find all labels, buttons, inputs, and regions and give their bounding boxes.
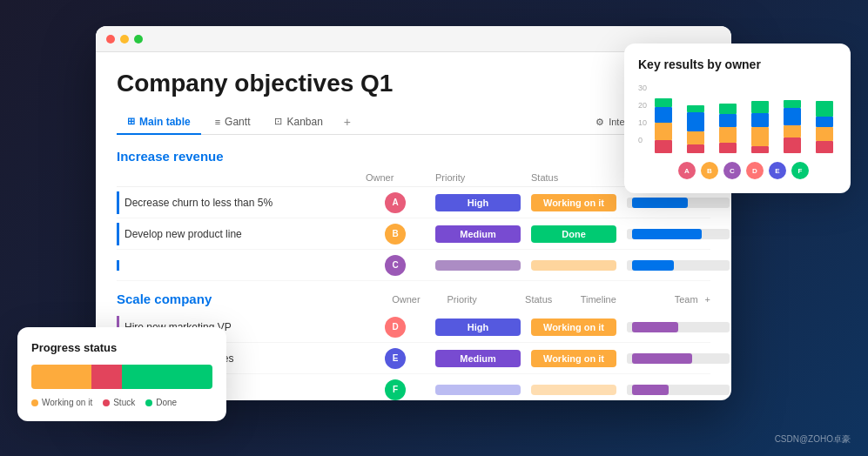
owner-cell-2: B <box>360 224 430 245</box>
chart-area: 30 20 10 0 <box>638 84 837 179</box>
bar-seg <box>816 127 833 141</box>
watermark: CSDN@ZOHO卓豪 <box>775 433 851 446</box>
maximize-dot[interactable] <box>134 35 143 44</box>
bar-stack-1 <box>650 92 676 153</box>
scale-avatar-2: E <box>385 348 406 369</box>
bar-seg <box>751 113 769 127</box>
tab-main-table[interactable]: ⊞ Main table <box>117 111 201 135</box>
chart-avatar-3: C <box>723 162 741 179</box>
tab-bar: ⊞ Main table ≡ Gantt ⊡ Kanban + ⚙ Integr… <box>117 110 710 135</box>
owner-cell-3: C <box>360 255 430 276</box>
legend-label-done: Done <box>156 398 177 407</box>
key-results-card: Key results by owner 30 20 10 0 <box>624 44 851 193</box>
legend-label-working: Working on it <box>42 398 92 407</box>
bar-seg <box>816 141 833 153</box>
status-cell-3 <box>526 260 622 271</box>
scale-timeline-bar-1 <box>627 322 730 332</box>
bar-stack-3 <box>715 92 740 153</box>
scale-priority-2: Medium <box>430 350 526 367</box>
legend: Working on it Stuck Done <box>31 398 212 407</box>
scale-status-2: Working on it <box>526 350 622 367</box>
legend-dot-stuck <box>103 399 110 406</box>
gantt-icon: ≡ <box>215 117 220 127</box>
section-header-2: Scale company Owner Priority Status Time… <box>117 292 710 306</box>
section-plus-2[interactable]: + <box>705 294 710 305</box>
bar-seg <box>719 104 737 114</box>
bar-group-2 <box>683 92 708 153</box>
bar-seg <box>655 107 672 123</box>
avatar-1: A <box>385 192 406 213</box>
chart-avatar-5: E <box>769 162 786 179</box>
legend-label-stuck: Stuck <box>113 398 135 407</box>
bar-seg <box>687 105 704 112</box>
scale-status-badge-1: Working on it <box>531 319 616 336</box>
bar-stack-2 <box>683 92 708 153</box>
bar-stack-4 <box>747 92 772 153</box>
page-title: Company objectives Q1 <box>117 70 710 97</box>
timeline-fill-2 <box>632 229 702 239</box>
scale-timeline-bar-3 <box>627 385 730 395</box>
status-badge-1: Working on it <box>531 194 616 211</box>
table-row: C A <box>117 250 710 281</box>
bar-seg <box>751 127 769 146</box>
tab-kanban-label: Kanban <box>286 116 322 128</box>
integrate-icon: ⚙ <box>595 117 604 128</box>
bar-group-5 <box>779 92 804 153</box>
col-owner: Owner <box>360 172 430 183</box>
table-icon: ⊞ <box>127 116 135 127</box>
kanban-icon: ⊡ <box>274 116 282 127</box>
timeline-fill-3 <box>632 260 674 271</box>
legend-stuck: Stuck <box>103 398 135 407</box>
bar-seg <box>655 140 672 153</box>
scale-timeline-3 <box>622 385 731 395</box>
progress-bar-container <box>31 365 212 389</box>
scale-priority-badge-2: Medium <box>435 350 521 367</box>
bar-group-1 <box>650 92 676 153</box>
add-tab-button[interactable]: + <box>337 110 358 134</box>
scale-priority-badge-1: High <box>435 319 521 336</box>
chart-avatar-2: B <box>701 162 718 179</box>
timeline-bar-2 <box>627 229 730 239</box>
section-increase-revenue: Increase revenue Owner Priority Status T… <box>117 149 710 281</box>
owner-cell-1: A <box>360 192 430 213</box>
progress-working <box>31 365 91 389</box>
bar-seg <box>687 131 704 144</box>
priority-cell-3 <box>430 260 526 271</box>
col-headers-1: Owner Priority Status Timeline + <box>117 169 710 187</box>
bar-stack-6 <box>811 92 837 153</box>
timeline-bar-3 <box>627 260 730 271</box>
priority-cell-2: Medium <box>430 225 526 243</box>
section-col-headers-2: Owner Priority Status Timeline Team + <box>392 294 710 305</box>
chart-avatar-4: D <box>746 162 764 179</box>
scale-priority-badge-3 <box>435 385 521 395</box>
scale-owner-1: D <box>360 317 430 338</box>
col-status: Status <box>526 172 622 183</box>
bar-group-3 <box>715 92 740 153</box>
bar-seg <box>816 117 833 127</box>
progress-stuck <box>91 365 122 389</box>
minimize-dot[interactable] <box>120 35 129 44</box>
scale-timeline-fill-1 <box>632 322 678 332</box>
section-title-1: Increase revenue <box>117 149 224 164</box>
scale-timeline-bar-2 <box>627 353 730 364</box>
bar-seg <box>719 143 737 153</box>
close-dot[interactable] <box>106 35 115 44</box>
scale-status-badge-2: Working on it <box>531 350 616 367</box>
progress-done <box>122 365 212 389</box>
scale-status-1: Working on it <box>526 319 622 336</box>
chart-avatar-6: F <box>791 162 809 179</box>
status-cell-2: Done <box>526 225 622 243</box>
bar-seg <box>751 146 769 153</box>
legend-dot-done <box>145 399 152 406</box>
timeline-cell-3 <box>622 260 731 271</box>
bar-seg <box>687 144 704 153</box>
tab-kanban[interactable]: ⊡ Kanban <box>264 111 333 135</box>
timeline-bar-1 <box>627 198 730 208</box>
bar-seg <box>784 108 801 125</box>
row-name-1: Decrease churn to less than 5% <box>117 191 360 214</box>
section-header-1: Increase revenue <box>117 149 710 164</box>
tab-gantt[interactable]: ≡ Gantt <box>205 111 261 135</box>
progress-title: Progress status <box>31 341 212 354</box>
scale-timeline-fill-2 <box>632 353 692 364</box>
priority-badge-1: High <box>435 194 521 211</box>
